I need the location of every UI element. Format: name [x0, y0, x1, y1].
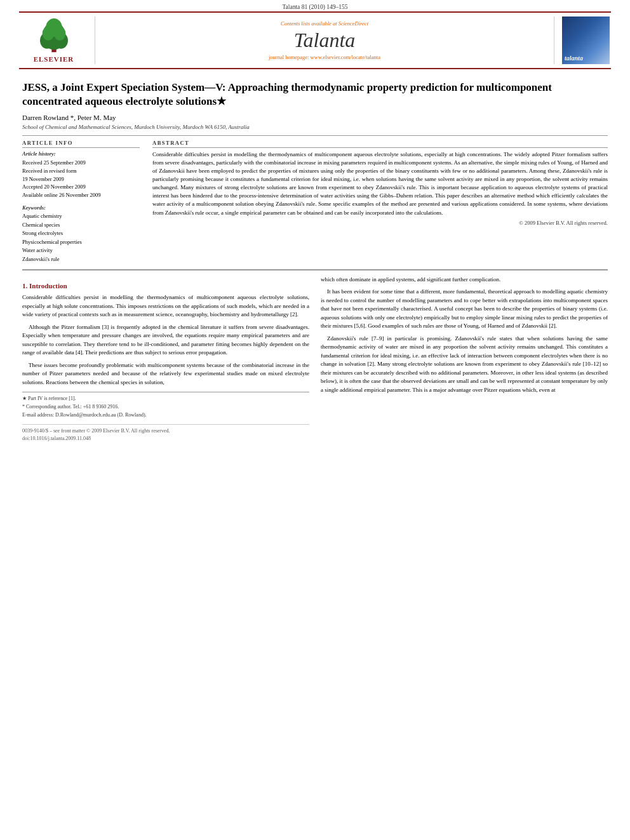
keyword-aquatic: Aquatic chemistry — [22, 212, 140, 221]
doi-line: doi:10.1016/j.talanta.2009.11.048 — [22, 435, 309, 443]
article-info-label: ARTICLE INFO — [22, 140, 140, 148]
thumb-label: talanta — [565, 55, 583, 62]
body-divider — [22, 269, 608, 270]
journal-homepage: journal homepage: www.elsevier.com/locat… — [269, 54, 380, 60]
abstract-label: ABSTRACT — [152, 140, 608, 148]
body-content: 1. Introduction Considerable difficultie… — [22, 276, 608, 443]
body-para-3: These issues become profoundly problemat… — [22, 361, 309, 387]
keyword-water: Water activity — [22, 246, 140, 255]
article-title: JESS, a Joint Expert Speciation System—V… — [22, 81, 608, 109]
history-label: Article history: — [22, 150, 140, 157]
footnote-3: E-mail address: D.Rowland@murdoch.edu.au… — [22, 411, 309, 418]
keyword-chemical: Chemical species — [22, 221, 140, 230]
thumb-image: talanta — [562, 17, 610, 64]
footnotes: ★ Part IV is reference [1]. * Correspond… — [22, 392, 309, 419]
journal-title: Talanta — [294, 29, 356, 51]
revised-date: 19 November 2009 — [22, 175, 140, 183]
abstract-text: Considerable difficulties persist in mod… — [152, 150, 608, 217]
body-para-1: Considerable difficulties persist in mod… — [22, 293, 309, 319]
affiliation: School of Chemical and Mathematical Scie… — [22, 124, 608, 130]
body-right-para-2: It has been evident for some time that a… — [321, 288, 608, 331]
divider — [22, 135, 608, 136]
keyword-strong: Strong electrolytes — [22, 229, 140, 238]
available-date: Available online 26 November 2009 — [22, 191, 140, 199]
keyword-zdanovskii: Zdanovskii's rule — [22, 255, 140, 264]
article-content: JESS, a Joint Expert Speciation System—V… — [0, 69, 630, 449]
issn-line: 0039-9140/$ – see front matter © 2009 El… — [22, 427, 309, 435]
elsevier-tree-icon — [29, 18, 79, 53]
section1-heading: 1. Introduction — [22, 281, 309, 291]
bottom-info: 0039-9140/$ – see front matter © 2009 El… — [22, 424, 309, 443]
received-date: Received 25 September 2009 — [22, 159, 140, 167]
publisher-logo-area: ELSEVIER — [19, 17, 95, 64]
keywords-list: Aquatic chemistry Chemical species Stron… — [22, 212, 140, 264]
elsevier-label: ELSEVIER — [34, 55, 74, 63]
received-revised-label: Received in revised form — [22, 167, 140, 175]
journal-header: ELSEVIER Contents lists available at Sci… — [19, 11, 611, 69]
article-info-col: ARTICLE INFO Article history: Received 2… — [22, 140, 140, 263]
abstract-col: ABSTRACT Considerable difficulties persi… — [152, 140, 608, 263]
body-para-2: Although the Pitzer formalism [3] is fre… — [22, 323, 309, 357]
sciencedirect-link: Contents lists available at ScienceDirec… — [281, 20, 368, 27]
footnote-1: ★ Part IV is reference [1]. — [22, 395, 309, 402]
keywords-label: Keywords: — [22, 204, 140, 211]
footnote-2: * Corresponding author. Tel.: +61 8 9360… — [22, 403, 309, 410]
copyright: © 2009 Elsevier B.V. All rights reserved… — [152, 220, 608, 226]
body-right-para-1: which often dominate in applied systems,… — [321, 276, 608, 284]
body-right-col: which often dominate in applied systems,… — [321, 276, 608, 443]
authors: Darren Rowland *, Peter M. May — [22, 114, 608, 121]
journal-center: Contents lists available at ScienceDirec… — [95, 17, 554, 64]
svg-point-6 — [54, 26, 65, 40]
body-right-para-3: Zdanovskii's rule [7–9] in particular is… — [321, 335, 608, 395]
svg-point-5 — [42, 26, 53, 40]
accepted-date: Accepted 20 November 2009 — [22, 183, 140, 191]
article-info-abstract: ARTICLE INFO Article history: Received 2… — [22, 140, 608, 263]
journal-thumbnail: talanta — [554, 17, 611, 64]
body-left-col: 1. Introduction Considerable difficultie… — [22, 276, 309, 443]
journal-reference: Talanta 81 (2010) 149–155 — [0, 0, 630, 11]
keyword-physico: Physicochemical properties — [22, 238, 140, 247]
